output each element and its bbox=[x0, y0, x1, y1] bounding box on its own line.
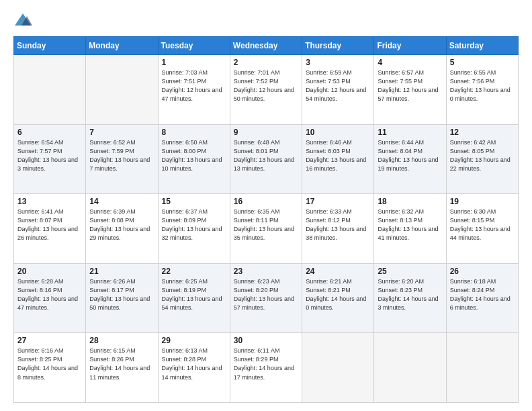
day-info: Sunrise: 6:18 AMSunset: 8:24 PMDaylight:… bbox=[450, 277, 515, 312]
day-number: 20 bbox=[17, 267, 82, 276]
calendar-cell: 8Sunrise: 6:50 AMSunset: 8:00 PMDaylight… bbox=[158, 124, 230, 194]
day-info: Sunrise: 6:16 AMSunset: 8:25 PMDaylight:… bbox=[17, 347, 82, 381]
calendar-cell: 3Sunrise: 6:59 AMSunset: 7:53 PMDaylight… bbox=[302, 55, 374, 125]
calendar-cell: 26Sunrise: 6:18 AMSunset: 8:24 PMDayligh… bbox=[446, 263, 518, 333]
calendar-cell: 28Sunrise: 6:15 AMSunset: 8:26 PMDayligh… bbox=[86, 333, 158, 403]
day-info: Sunrise: 6:39 AMSunset: 8:08 PMDaylight:… bbox=[89, 208, 154, 242]
calendar-cell: 9Sunrise: 6:48 AMSunset: 8:01 PMDaylight… bbox=[230, 124, 302, 194]
day-number: 19 bbox=[450, 197, 515, 206]
calendar-cell: 11Sunrise: 6:44 AMSunset: 8:04 PMDayligh… bbox=[374, 124, 446, 194]
day-number: 3 bbox=[306, 58, 370, 67]
calendar-header-wednesday: Wednesday bbox=[230, 37, 302, 55]
calendar-cell: 6Sunrise: 6:54 AMSunset: 7:57 PMDaylight… bbox=[14, 124, 86, 194]
day-number: 30 bbox=[234, 336, 298, 345]
calendar-header-row: SundayMondayTuesdayWednesdayThursdayFrid… bbox=[14, 37, 519, 55]
logo-icon bbox=[13, 11, 32, 30]
day-number: 23 bbox=[234, 267, 298, 276]
calendar-cell: 16Sunrise: 6:35 AMSunset: 8:11 PMDayligh… bbox=[230, 194, 302, 264]
calendar-cell bbox=[86, 55, 158, 125]
calendar-cell: 14Sunrise: 6:39 AMSunset: 8:08 PMDayligh… bbox=[86, 194, 158, 264]
day-info: Sunrise: 6:32 AMSunset: 8:13 PMDaylight:… bbox=[378, 208, 442, 242]
day-info: Sunrise: 6:44 AMSunset: 8:04 PMDaylight:… bbox=[378, 138, 442, 173]
header bbox=[13, 11, 519, 30]
calendar-cell bbox=[446, 333, 518, 403]
day-number: 24 bbox=[306, 267, 370, 276]
day-info: Sunrise: 6:42 AMSunset: 8:05 PMDaylight:… bbox=[450, 138, 515, 173]
calendar-week-row: 13Sunrise: 6:41 AMSunset: 8:07 PMDayligh… bbox=[14, 194, 519, 264]
calendar-cell: 15Sunrise: 6:37 AMSunset: 8:09 PMDayligh… bbox=[158, 194, 230, 264]
day-number: 26 bbox=[450, 267, 515, 276]
day-number: 4 bbox=[378, 58, 442, 67]
calendar-cell: 10Sunrise: 6:46 AMSunset: 8:03 PMDayligh… bbox=[302, 124, 374, 194]
day-info: Sunrise: 6:55 AMSunset: 7:56 PMDaylight:… bbox=[450, 68, 515, 103]
calendar-header-saturday: Saturday bbox=[446, 37, 518, 55]
calendar-header-thursday: Thursday bbox=[302, 37, 374, 55]
day-number: 17 bbox=[306, 197, 370, 206]
day-info: Sunrise: 6:28 AMSunset: 8:16 PMDaylight:… bbox=[17, 277, 82, 312]
day-number: 9 bbox=[234, 128, 298, 137]
day-info: Sunrise: 7:03 AMSunset: 7:51 PMDaylight:… bbox=[162, 68, 226, 103]
day-number: 10 bbox=[306, 128, 370, 137]
day-number: 5 bbox=[450, 58, 515, 67]
day-number: 18 bbox=[378, 197, 442, 206]
day-number: 28 bbox=[89, 336, 154, 345]
day-info: Sunrise: 6:35 AMSunset: 8:11 PMDaylight:… bbox=[234, 208, 298, 242]
day-number: 16 bbox=[234, 197, 298, 206]
calendar-cell: 20Sunrise: 6:28 AMSunset: 8:16 PMDayligh… bbox=[14, 263, 86, 333]
calendar-cell bbox=[374, 333, 446, 403]
day-info: Sunrise: 6:33 AMSunset: 8:12 PMDaylight:… bbox=[306, 208, 370, 242]
page: SundayMondayTuesdayWednesdayThursdayFrid… bbox=[0, 0, 532, 411]
day-number: 11 bbox=[378, 128, 442, 137]
calendar-cell: 1Sunrise: 7:03 AMSunset: 7:51 PMDaylight… bbox=[158, 55, 230, 125]
calendar-cell: 13Sunrise: 6:41 AMSunset: 8:07 PMDayligh… bbox=[14, 194, 86, 264]
calendar-header-sunday: Sunday bbox=[14, 37, 86, 55]
calendar-cell: 25Sunrise: 6:20 AMSunset: 8:23 PMDayligh… bbox=[374, 263, 446, 333]
day-info: Sunrise: 6:13 AMSunset: 8:28 PMDaylight:… bbox=[162, 347, 226, 381]
day-number: 6 bbox=[17, 128, 82, 137]
day-info: Sunrise: 6:15 AMSunset: 8:26 PMDaylight:… bbox=[89, 347, 154, 381]
day-number: 14 bbox=[89, 197, 154, 206]
day-number: 29 bbox=[162, 336, 226, 345]
calendar-cell: 29Sunrise: 6:13 AMSunset: 8:28 PMDayligh… bbox=[158, 333, 230, 403]
day-number: 12 bbox=[450, 128, 515, 137]
calendar-cell: 21Sunrise: 6:26 AMSunset: 8:17 PMDayligh… bbox=[86, 263, 158, 333]
day-info: Sunrise: 6:20 AMSunset: 8:23 PMDaylight:… bbox=[378, 277, 442, 312]
calendar-week-row: 1Sunrise: 7:03 AMSunset: 7:51 PMDaylight… bbox=[14, 55, 519, 125]
day-number: 7 bbox=[89, 128, 154, 137]
day-info: Sunrise: 6:26 AMSunset: 8:17 PMDaylight:… bbox=[89, 277, 154, 312]
calendar-cell: 24Sunrise: 6:21 AMSunset: 8:21 PMDayligh… bbox=[302, 263, 374, 333]
day-info: Sunrise: 6:11 AMSunset: 8:29 PMDaylight:… bbox=[234, 347, 298, 381]
calendar-table: SundayMondayTuesdayWednesdayThursdayFrid… bbox=[13, 36, 519, 403]
day-info: Sunrise: 6:41 AMSunset: 8:07 PMDaylight:… bbox=[17, 208, 82, 242]
day-info: Sunrise: 6:23 AMSunset: 8:20 PMDaylight:… bbox=[234, 277, 298, 312]
day-info: Sunrise: 6:30 AMSunset: 8:15 PMDaylight:… bbox=[450, 208, 515, 242]
day-number: 15 bbox=[162, 197, 226, 206]
calendar-header-monday: Monday bbox=[86, 37, 158, 55]
day-number: 8 bbox=[162, 128, 226, 137]
day-info: Sunrise: 6:50 AMSunset: 8:00 PMDaylight:… bbox=[162, 138, 226, 173]
calendar-cell: 19Sunrise: 6:30 AMSunset: 8:15 PMDayligh… bbox=[446, 194, 518, 264]
day-number: 13 bbox=[17, 197, 82, 206]
calendar-cell: 12Sunrise: 6:42 AMSunset: 8:05 PMDayligh… bbox=[446, 124, 518, 194]
day-number: 25 bbox=[378, 267, 442, 276]
day-info: Sunrise: 6:21 AMSunset: 8:21 PMDaylight:… bbox=[306, 277, 370, 312]
calendar-header-tuesday: Tuesday bbox=[158, 37, 230, 55]
logo bbox=[13, 11, 35, 30]
day-number: 27 bbox=[17, 336, 82, 345]
calendar-cell: 4Sunrise: 6:57 AMSunset: 7:55 PMDaylight… bbox=[374, 55, 446, 125]
calendar-week-row: 27Sunrise: 6:16 AMSunset: 8:25 PMDayligh… bbox=[14, 333, 519, 403]
calendar-cell: 27Sunrise: 6:16 AMSunset: 8:25 PMDayligh… bbox=[14, 333, 86, 403]
day-number: 2 bbox=[234, 58, 298, 67]
calendar-cell: 7Sunrise: 6:52 AMSunset: 7:59 PMDaylight… bbox=[86, 124, 158, 194]
day-info: Sunrise: 6:48 AMSunset: 8:01 PMDaylight:… bbox=[234, 138, 298, 173]
day-info: Sunrise: 6:52 AMSunset: 7:59 PMDaylight:… bbox=[89, 138, 154, 173]
calendar-week-row: 20Sunrise: 6:28 AMSunset: 8:16 PMDayligh… bbox=[14, 263, 519, 333]
day-number: 1 bbox=[162, 58, 226, 67]
day-number: 21 bbox=[89, 267, 154, 276]
calendar-cell: 23Sunrise: 6:23 AMSunset: 8:20 PMDayligh… bbox=[230, 263, 302, 333]
calendar-week-row: 6Sunrise: 6:54 AMSunset: 7:57 PMDaylight… bbox=[14, 124, 519, 194]
day-info: Sunrise: 6:57 AMSunset: 7:55 PMDaylight:… bbox=[378, 68, 442, 103]
day-info: Sunrise: 7:01 AMSunset: 7:52 PMDaylight:… bbox=[234, 68, 298, 103]
calendar-cell: 17Sunrise: 6:33 AMSunset: 8:12 PMDayligh… bbox=[302, 194, 374, 264]
calendar-cell: 2Sunrise: 7:01 AMSunset: 7:52 PMDaylight… bbox=[230, 55, 302, 125]
